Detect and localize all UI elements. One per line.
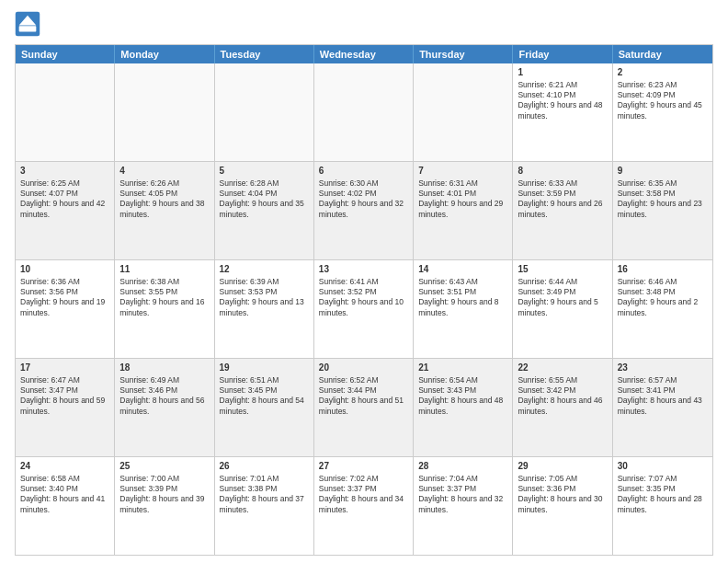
day-info-line: Sunrise: 6:33 AM <box>518 178 607 189</box>
day-info-line: Daylight: 9 hours and 38 minutes. <box>119 199 209 220</box>
day-number: 29 <box>518 460 607 473</box>
day-info-line: Sunset: 3:47 PM <box>20 385 109 396</box>
weekday-header-friday: Friday <box>513 45 612 63</box>
day-info-line: Sunset: 4:01 PM <box>418 189 507 199</box>
logo <box>15 11 44 37</box>
day-number: 2 <box>618 66 708 79</box>
day-cell-26: 26Sunrise: 7:01 AMSunset: 3:38 PMDayligh… <box>215 457 314 555</box>
day-number: 13 <box>319 263 408 276</box>
day-info-line: Sunset: 3:55 PM <box>119 287 209 297</box>
day-info-line: Sunrise: 6:30 AM <box>319 178 408 189</box>
day-info-line: Sunset: 3:56 PM <box>20 287 109 297</box>
day-cell-12: 12Sunrise: 6:39 AMSunset: 3:53 PMDayligh… <box>215 260 314 358</box>
day-info-line: Sunset: 3:58 PM <box>618 189 708 199</box>
day-cell-4: 4Sunrise: 6:26 AMSunset: 4:05 PMDaylight… <box>115 162 214 259</box>
day-number: 11 <box>119 263 209 276</box>
day-number: 6 <box>319 165 408 178</box>
day-info-line: Sunrise: 6:44 AM <box>518 277 607 287</box>
day-number: 1 <box>518 66 607 79</box>
day-info-line: Sunset: 3:49 PM <box>518 287 607 297</box>
calendar-header: SundayMondayTuesdayWednesdayThursdayFrid… <box>16 45 712 63</box>
day-info-line: Daylight: 9 hours and 26 minutes. <box>518 199 607 220</box>
day-info-line: Sunrise: 6:43 AM <box>418 277 507 287</box>
day-info-line: Daylight: 9 hours and 45 minutes. <box>618 100 708 121</box>
calendar-row-5: 24Sunrise: 6:58 AMSunset: 3:40 PMDayligh… <box>16 457 712 555</box>
day-info-line: Daylight: 8 hours and 37 minutes. <box>220 494 309 515</box>
weekday-header-wednesday: Wednesday <box>314 45 414 63</box>
day-info-line: Sunrise: 6:55 AM <box>518 375 607 385</box>
empty-cell <box>16 63 115 161</box>
day-info-line: Sunset: 4:10 PM <box>518 90 607 100</box>
day-number: 15 <box>518 263 607 276</box>
day-cell-17: 17Sunrise: 6:47 AMSunset: 3:47 PMDayligh… <box>16 359 115 456</box>
day-cell-6: 6Sunrise: 6:30 AMSunset: 4:02 PMDaylight… <box>314 162 414 259</box>
day-info-line: Sunset: 3:52 PM <box>319 287 408 297</box>
day-number: 30 <box>618 460 708 473</box>
day-cell-24: 24Sunrise: 6:58 AMSunset: 3:40 PMDayligh… <box>16 457 115 555</box>
day-number: 22 <box>518 362 607 374</box>
empty-cell <box>414 63 513 161</box>
day-info-line: Daylight: 8 hours and 39 minutes. <box>119 494 209 515</box>
day-info-line: Daylight: 9 hours and 8 minutes. <box>418 297 507 318</box>
svg-rect-2 <box>19 26 37 31</box>
calendar-row-4: 17Sunrise: 6:47 AMSunset: 3:47 PMDayligh… <box>16 359 712 457</box>
day-number: 4 <box>119 165 209 178</box>
day-info-line: Sunset: 4:07 PM <box>20 189 109 199</box>
day-number: 10 <box>20 263 109 276</box>
day-info-line: Sunset: 3:45 PM <box>220 385 309 396</box>
day-info-line: Sunset: 3:36 PM <box>518 484 607 494</box>
day-info-line: Daylight: 8 hours and 59 minutes. <box>20 396 109 417</box>
day-cell-10: 10Sunrise: 6:36 AMSunset: 3:56 PMDayligh… <box>16 260 115 358</box>
day-info-line: Daylight: 8 hours and 34 minutes. <box>319 494 408 515</box>
calendar-body: 1Sunrise: 6:21 AMSunset: 4:10 PMDaylight… <box>16 63 712 555</box>
day-cell-8: 8Sunrise: 6:33 AMSunset: 3:59 PMDaylight… <box>513 162 612 259</box>
day-number: 16 <box>618 263 708 276</box>
day-info-line: Daylight: 8 hours and 41 minutes. <box>20 494 109 515</box>
weekday-header-thursday: Thursday <box>414 45 513 63</box>
weekday-header-sunday: Sunday <box>16 45 115 63</box>
day-info-line: Sunset: 3:39 PM <box>119 484 209 494</box>
day-number: 26 <box>220 460 309 473</box>
day-info-line: Sunrise: 6:52 AM <box>319 375 408 385</box>
day-info-line: Sunset: 4:09 PM <box>618 90 708 100</box>
day-number: 14 <box>418 263 507 276</box>
day-cell-2: 2Sunrise: 6:23 AMSunset: 4:09 PMDaylight… <box>613 63 712 161</box>
day-info-line: Sunrise: 6:31 AM <box>418 178 507 189</box>
day-number: 24 <box>20 460 109 473</box>
day-info-line: Sunset: 4:02 PM <box>319 189 408 199</box>
day-info-line: Sunset: 3:41 PM <box>618 385 708 396</box>
day-info-line: Daylight: 8 hours and 46 minutes. <box>518 396 607 417</box>
day-number: 27 <box>319 460 408 473</box>
day-cell-19: 19Sunrise: 6:51 AMSunset: 3:45 PMDayligh… <box>215 359 314 456</box>
day-info-line: Daylight: 9 hours and 16 minutes. <box>119 297 209 318</box>
weekday-header-saturday: Saturday <box>613 45 712 63</box>
day-info-line: Daylight: 8 hours and 48 minutes. <box>418 396 507 417</box>
day-info-line: Daylight: 8 hours and 43 minutes. <box>618 396 708 417</box>
day-cell-29: 29Sunrise: 7:05 AMSunset: 3:36 PMDayligh… <box>513 457 612 555</box>
day-info-line: Sunset: 3:37 PM <box>319 484 408 494</box>
empty-cell <box>115 63 214 161</box>
day-info-line: Sunrise: 7:04 AM <box>418 474 507 484</box>
day-cell-14: 14Sunrise: 6:43 AMSunset: 3:51 PMDayligh… <box>414 260 513 358</box>
calendar-row-3: 10Sunrise: 6:36 AMSunset: 3:56 PMDayligh… <box>16 260 712 359</box>
day-number: 25 <box>119 460 209 473</box>
day-info-line: Sunset: 3:37 PM <box>418 484 507 494</box>
day-number: 21 <box>418 362 507 374</box>
day-info-line: Sunset: 3:46 PM <box>119 385 209 396</box>
day-info-line: Sunset: 3:48 PM <box>618 287 708 297</box>
day-info-line: Sunset: 4:05 PM <box>119 189 209 199</box>
day-info-line: Daylight: 8 hours and 51 minutes. <box>319 396 408 417</box>
day-info-line: Sunrise: 6:54 AM <box>418 375 507 385</box>
day-info-line: Daylight: 9 hours and 5 minutes. <box>518 297 607 318</box>
day-number: 23 <box>618 362 708 374</box>
day-number: 12 <box>220 263 309 276</box>
day-info-line: Daylight: 9 hours and 13 minutes. <box>220 297 309 318</box>
day-cell-15: 15Sunrise: 6:44 AMSunset: 3:49 PMDayligh… <box>513 260 612 358</box>
day-cell-1: 1Sunrise: 6:21 AMSunset: 4:10 PMDaylight… <box>513 63 612 161</box>
day-cell-30: 30Sunrise: 7:07 AMSunset: 3:35 PMDayligh… <box>613 457 712 555</box>
day-cell-3: 3Sunrise: 6:25 AMSunset: 4:07 PMDaylight… <box>16 162 115 259</box>
day-cell-22: 22Sunrise: 6:55 AMSunset: 3:42 PMDayligh… <box>513 359 612 456</box>
day-number: 7 <box>418 165 507 178</box>
day-number: 19 <box>220 362 309 374</box>
day-number: 17 <box>20 362 109 374</box>
